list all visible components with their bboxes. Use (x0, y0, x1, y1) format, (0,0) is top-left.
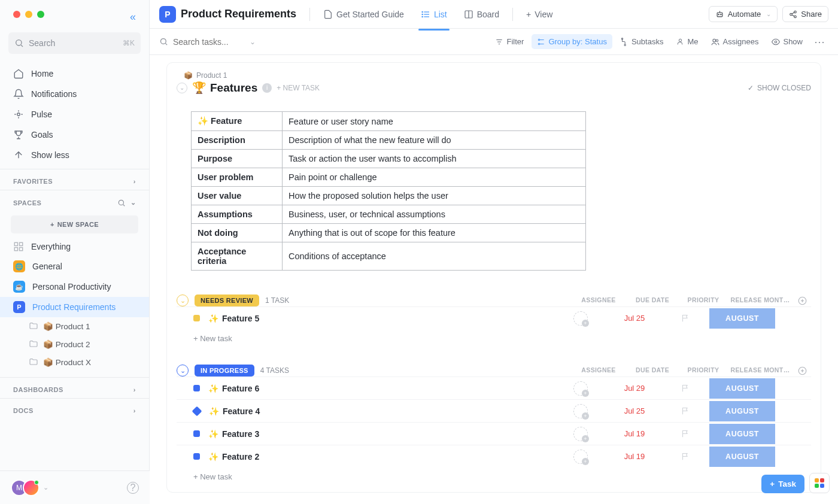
collapse-list-toggle[interactable]: ⌄ (177, 83, 187, 93)
spaces-section-header[interactable]: SPACES ⌄ (0, 190, 149, 212)
folder-product-x[interactable]: 📦 Product X (0, 353, 149, 371)
cell-due-date[interactable]: Jul 19 (608, 452, 661, 461)
favorites-section-header[interactable]: FAVORITES › (0, 169, 149, 190)
tab-add-view[interactable]: + View (520, 6, 558, 23)
apps-fab[interactable] (809, 473, 830, 493)
user-avatars[interactable]: M ⌄ (11, 479, 48, 496)
content-scroll[interactable]: 📦 Product 1 ⌄ 🏆 Features i + NEW TASK ✓ … (150, 55, 838, 504)
cell-release-month[interactable]: AUGUST (709, 424, 775, 444)
task-name[interactable]: ✨ Feature 3 (208, 429, 554, 439)
nav-show-less[interactable]: Show less (0, 145, 149, 165)
task-row[interactable]: ✨ Feature 4 Jul 25 AUGUST (177, 399, 811, 422)
task-row[interactable]: ✨ Feature 2 Jul 19 AUGUST (177, 445, 811, 467)
column-header-release-month[interactable]: RELEASE MONT… (727, 296, 793, 305)
nav-home[interactable]: Home (0, 63, 149, 84)
new-task-link[interactable]: + NEW TASK (277, 84, 320, 92)
cell-assignee[interactable] (554, 450, 608, 464)
nav-goals[interactable]: Goals (0, 125, 149, 145)
collapse-group-toggle[interactable]: ⌄ (177, 365, 189, 377)
info-icon[interactable]: i (262, 83, 272, 93)
cell-priority[interactable] (661, 314, 709, 323)
status-icon[interactable] (193, 453, 200, 460)
cell-release-month[interactable]: AUGUST (709, 401, 775, 421)
subtasks-button[interactable]: Subtasks (615, 34, 669, 49)
status-icon[interactable] (193, 315, 200, 321)
filter-button[interactable]: Filter (490, 34, 529, 49)
cell-due-date[interactable]: Jul 25 (608, 314, 661, 323)
cell-assignee[interactable] (554, 427, 608, 441)
search-icon[interactable] (117, 199, 126, 207)
folder-product-1[interactable]: 📦 Product 1 (0, 317, 149, 335)
share-button[interactable]: Share (782, 6, 828, 22)
collapse-sidebar-icon[interactable]: « (130, 11, 136, 23)
column-header-assignee[interactable]: ASSIGNEE (572, 366, 626, 375)
minimize-window[interactable] (25, 11, 32, 18)
cell-priority[interactable] (661, 384, 709, 393)
cell-release-month[interactable]: AUGUST (709, 378, 775, 399)
cell-release-month[interactable]: AUGUST (709, 308, 775, 329)
show-closed-toggle[interactable]: ✓ SHOW CLOSED (748, 84, 811, 92)
sidebar-everything[interactable]: Everything (0, 237, 149, 256)
task-search[interactable]: ⌄ (159, 37, 285, 47)
group-status-label[interactable]: NEEDS REVIEW (195, 294, 259, 306)
new-task-row[interactable]: + New task (177, 329, 811, 348)
cell-priority[interactable] (661, 406, 709, 415)
task-name[interactable]: ✨ Feature 4 (209, 406, 554, 416)
task-name[interactable]: ✨ Feature 6 (208, 384, 554, 393)
group-by-button[interactable]: Group by: Status (532, 34, 612, 49)
task-row[interactable]: ✨ Feature 6 Jul 29 AUGUST (177, 377, 811, 399)
status-icon[interactable] (192, 406, 202, 416)
cell-release-month[interactable]: AUGUST (709, 447, 775, 467)
cell-assignee[interactable] (554, 311, 608, 326)
column-header-priority[interactable]: PRIORITY (679, 366, 727, 375)
help-icon[interactable]: ? (127, 482, 139, 494)
cell-priority[interactable] (661, 452, 709, 461)
collapse-group-toggle[interactable]: ⌄ (177, 294, 189, 306)
breadcrumb[interactable]: Product 1 (196, 71, 227, 80)
status-icon[interactable] (193, 385, 200, 391)
task-search-input[interactable] (173, 37, 245, 47)
docs-section-header[interactable]: DOCS › (0, 398, 149, 419)
space-personal-productivity[interactable]: ☕ Personal Productivity (0, 277, 149, 297)
folder-product-2[interactable]: 📦 Product 2 (0, 335, 149, 353)
more-menu-icon[interactable]: ⋯ (810, 35, 828, 48)
group-status-label[interactable]: IN PROGRESS (195, 365, 254, 377)
automate-button[interactable]: Automate ⌄ (709, 6, 778, 22)
me-button[interactable]: Me (671, 34, 703, 49)
status-icon[interactable] (193, 430, 200, 437)
show-button[interactable]: Show (766, 34, 808, 49)
dashboards-section-header[interactable]: DASHBOARDS › (0, 377, 149, 398)
add-column-button[interactable] (793, 296, 811, 305)
cell-priority[interactable] (661, 429, 709, 438)
cell-assignee[interactable] (554, 404, 608, 418)
cell-assignee[interactable] (554, 381, 608, 396)
column-header-due-date[interactable]: DUE DATE (626, 366, 679, 375)
column-header-assignee[interactable]: ASSIGNEE (572, 296, 626, 305)
cell-due-date[interactable]: Jul 19 (608, 429, 661, 438)
tab-list[interactable]: List (415, 6, 453, 23)
new-space-button[interactable]: + NEW SPACE (11, 215, 138, 233)
cell-due-date[interactable]: Jul 29 (608, 384, 661, 393)
nav-notifications[interactable]: Notifications (0, 84, 149, 104)
nav-pulse[interactable]: Pulse (0, 104, 149, 125)
create-task-fab[interactable]: + Task (761, 475, 804, 493)
new-task-row[interactable]: + New task (177, 467, 811, 486)
tab-board[interactable]: Board (458, 6, 505, 23)
column-header-priority[interactable]: PRIORITY (679, 296, 727, 305)
maximize-window[interactable] (37, 11, 44, 18)
cell-due-date[interactable]: Jul 25 (608, 406, 661, 415)
add-column-button[interactable] (793, 366, 811, 375)
tab-get-started[interactable]: Get Started Guide (317, 6, 410, 23)
task-row[interactable]: ✨ Feature 5 Jul 25 AUGUST (177, 306, 811, 329)
assignees-button[interactable]: Assignees (706, 34, 764, 49)
chevron-down-icon[interactable]: ⌄ (250, 38, 256, 46)
chevron-down-icon[interactable]: ⌄ (130, 199, 136, 207)
space-product-requirements[interactable]: P Product Requirements (0, 297, 149, 317)
task-row[interactable]: ✨ Feature 3 Jul 19 AUGUST (177, 422, 811, 445)
global-search[interactable]: Search ⌘K (8, 32, 141, 54)
column-header-release-month[interactable]: RELEASE MONT… (727, 366, 793, 375)
column-header-due-date[interactable]: DUE DATE (626, 296, 679, 305)
task-name[interactable]: ✨ Feature 5 (208, 314, 554, 323)
space-general[interactable]: 🌐 General (0, 256, 149, 277)
close-window[interactable] (13, 11, 20, 18)
